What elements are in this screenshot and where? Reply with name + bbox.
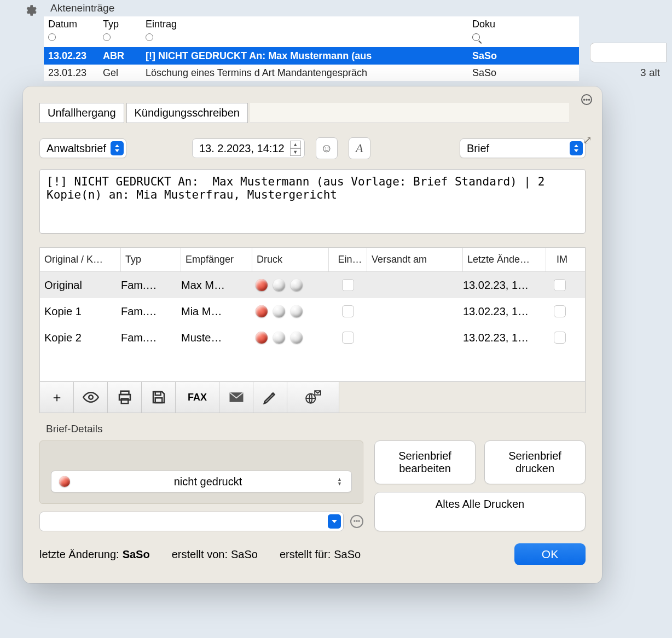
cell-im [546,332,573,344]
col-header-doku[interactable]: Doku [472,19,579,30]
type-select[interactable]: Anwaltsbrief [39,138,126,158]
col-header-ein[interactable]: Ein… [329,248,367,271]
status-orb-gray[interactable] [291,279,303,291]
toolbar: ＋ FAX [39,382,586,413]
cell-typ: Fam.… [121,305,181,318]
col-header-letzte[interactable]: Letzte Ände… [463,248,546,271]
status-orb-red[interactable] [256,279,268,291]
checkbox[interactable] [342,279,354,291]
details-panel: nicht gedruckt ▲▼ [39,440,363,504]
cell-typ: Gel [103,67,146,79]
checkbox[interactable] [342,332,354,344]
last-change-value: SaSo [123,548,150,561]
cell-eintrag: [!] NICHT GEDRUCKT An: Max Mustermann (a… [146,50,472,62]
serial-print-button[interactable]: Serienbrief drucken [484,440,586,484]
fax-button[interactable]: FAX [176,382,219,413]
web-send-button[interactable] [287,382,339,413]
more-options-icon[interactable]: ••• [581,94,592,105]
tab-unfallhergang[interactable]: Unfallhergang [39,103,124,123]
dropdown-arrow-icon [328,514,341,529]
copies-row[interactable]: Kopie 2 Fam.… Muste… 13.02.23, 1… [40,324,585,351]
brief-details-label: Brief-Details [46,423,586,435]
add-button[interactable]: ＋ [40,382,74,413]
col-header-original[interactable]: Original / K… [40,248,121,271]
status-orb-gray[interactable] [291,332,303,344]
checkbox[interactable] [554,305,566,317]
globe-mail-icon [305,389,321,405]
checkbox[interactable] [342,305,354,317]
table-row[interactable]: 13.02.23 ABR [!] NICHT GEDRUCKT An: Max … [44,47,579,65]
print-status-select[interactable]: nicht gedruckt ▲▼ [51,471,352,492]
table-row[interactable]: 23.01.23 Gel Löschung eines Termins d Ar… [44,65,579,81]
font-button[interactable]: A [349,137,370,159]
cell-original: Kopie 1 [40,305,121,318]
ok-button[interactable]: OK [514,543,586,565]
doc-kind-value: Brief [467,142,489,155]
status-orb-red[interactable] [256,305,268,317]
bg-table-header: Datum Typ Eintrag Doku [44,16,579,47]
filter-circle-icon[interactable] [48,33,56,41]
cell-druck [252,332,329,344]
cell-typ: ABR [103,50,146,62]
status-orb-gray[interactable] [291,305,303,317]
filter-circle-icon[interactable] [146,33,153,41]
svg-point-0 [89,395,93,399]
emoji-button[interactable]: ☺ [316,137,338,159]
created-by-label: erstellt von: [172,548,228,561]
cell-im [546,305,573,317]
cell-letzte: 13.02.23, 1… [463,332,546,344]
cell-letzte: 13.02.23, 1… [463,279,546,292]
col-header-typ[interactable]: Typ [121,248,181,271]
status-orb-red[interactable] [256,332,268,344]
side-panel [590,43,667,62]
col-header-typ[interactable]: Typ [103,19,146,30]
bottom-dropdown[interactable] [39,512,344,531]
cell-druck [252,279,329,291]
envelope-icon [228,389,245,405]
checkbox[interactable] [554,332,566,344]
bg-section-title: Akteneinträge [44,0,672,16]
date-stepper[interactable]: ▲▼ [290,141,301,156]
edit-button[interactable] [253,382,287,413]
cell-empfaenger: Muste… [181,332,252,344]
status-orb-gray[interactable] [273,332,285,344]
status-orb-gray[interactable] [273,305,285,317]
more-dots-icon[interactable]: ••• [350,515,363,528]
expand-icon[interactable]: ⤢ [583,134,592,147]
select-stepper-icon: ▲▼ [337,477,346,486]
status-orb-gray[interactable] [273,279,285,291]
created-by-value: SaSo [231,548,258,561]
tab-kuendigungsschreiben[interactable]: Kündigungsschreiben [126,103,248,123]
cell-druck [252,305,329,317]
col-header-im[interactable]: IM [546,248,573,271]
filter-circle-icon[interactable] [103,33,111,41]
gear-icon[interactable] [23,3,37,18]
select-arrows-icon [111,141,124,155]
date-value: 13. 2.2023, 14:12 [199,142,285,155]
printer-icon [117,389,133,405]
search-icon[interactable] [472,33,480,41]
save-button[interactable] [142,382,176,413]
doc-kind-select[interactable]: Brief [460,138,586,158]
copies-row[interactable]: Kopie 1 Fam.… Mia M… 13.02.23, 1… [40,298,585,324]
svg-rect-4 [155,392,160,395]
date-field[interactable]: 13. 2.2023, 14:12 ▲▼ [192,138,305,158]
cell-doku: SaSo [472,50,579,62]
view-button[interactable] [74,382,108,413]
cell-original: Kopie 2 [40,332,121,344]
col-header-empfaenger[interactable]: Empfänger [181,248,252,271]
col-header-druck[interactable]: Druck [252,248,329,271]
subject-textarea[interactable] [39,169,586,234]
copies-row[interactable]: Original Fam.… Max M… 13.02.23, 1… [40,272,585,298]
mail-button[interactable] [219,382,253,413]
print-button[interactable] [108,382,142,413]
dialog-footer: letzte Änderung: SaSo erstellt von: SaSo… [39,543,586,565]
entry-dialog: ••• Unfallhergang Kündigungsschreiben ⤢ … [23,86,602,583]
serial-edit-button[interactable]: Serienbrief bearbeiten [374,440,476,484]
checkbox[interactable] [554,279,566,291]
old-all-print-button[interactable]: Altes Alle Drucken [374,492,586,531]
col-header-datum[interactable]: Datum [48,19,103,30]
col-header-versandt[interactable]: Versandt am [367,248,463,271]
col-header-eintrag[interactable]: Eintrag [146,19,472,30]
cell-ein [329,305,367,317]
